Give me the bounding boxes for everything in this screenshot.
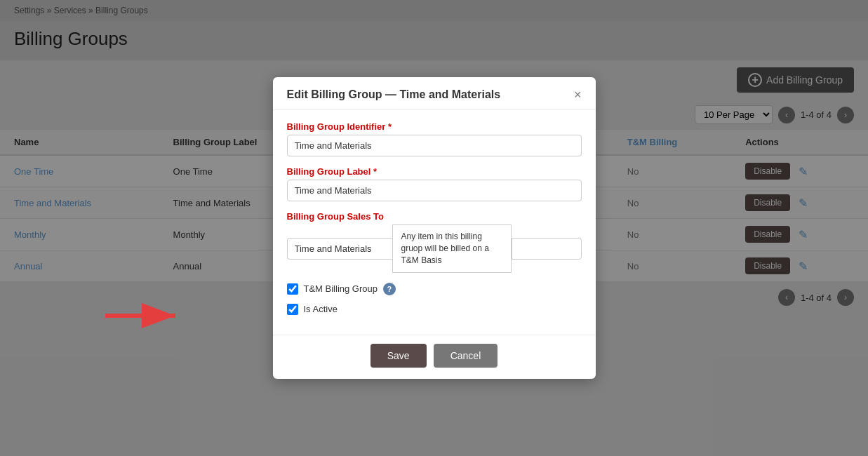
sales-total-label: Billing Group Sales To <box>287 211 582 222</box>
page-wrapper: Settings » Services » Billing Groups Bil… <box>0 0 868 456</box>
modal-title: Edit Billing Group — Time and Materials <box>287 88 501 101</box>
sales-tooltip: Any item in this billing gruop will be b… <box>392 224 512 272</box>
cancel-button[interactable]: Cancel <box>434 344 498 368</box>
billing-label-input[interactable] <box>287 180 582 201</box>
modal-body: Billing Group Identifier * Billing Group… <box>273 110 596 334</box>
sales-row: Any item in this billing gruop will be b… <box>287 224 582 272</box>
modal-overlay: Edit Billing Group — Time and Materials … <box>0 0 868 456</box>
tm-billing-checkbox[interactable] <box>287 283 298 295</box>
save-button[interactable]: Save <box>370 344 427 368</box>
is-active-label: Is Active <box>304 304 338 314</box>
tm-billing-row: T&M Billing Group ? <box>287 283 582 295</box>
edit-billing-group-modal: Edit Billing Group — Time and Materials … <box>273 77 596 378</box>
sales-right-input[interactable] <box>512 238 582 260</box>
identifier-group: Billing Group Identifier * <box>287 121 582 156</box>
sales-total-input[interactable] <box>287 238 392 260</box>
modal-header: Edit Billing Group — Time and Materials … <box>273 77 596 110</box>
modal-footer: Save Cancel <box>273 335 596 379</box>
billing-label-label: Billing Group Label * <box>287 166 582 177</box>
is-active-checkbox[interactable] <box>287 304 298 315</box>
modal-close-button[interactable]: × <box>574 88 582 101</box>
label-group: Billing Group Label * <box>287 166 582 201</box>
is-active-row: Is Active <box>287 304 582 315</box>
identifier-input[interactable] <box>287 135 582 156</box>
help-icon[interactable]: ? <box>383 283 396 295</box>
identifier-label: Billing Group Identifier * <box>287 121 582 132</box>
tm-billing-label: T&M Billing Group <box>304 283 378 294</box>
sales-total-group: Billing Group Sales To Any item in this … <box>287 211 582 272</box>
